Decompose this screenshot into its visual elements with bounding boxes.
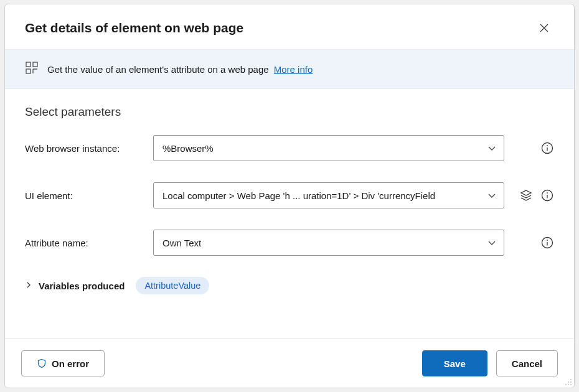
variables-produced-label: Variables produced <box>39 281 125 291</box>
svg-rect-2 <box>26 69 31 73</box>
svg-point-9 <box>547 192 548 194</box>
ui-element-info-button[interactable] <box>540 189 554 202</box>
close-button[interactable] <box>534 18 554 38</box>
svg-point-6 <box>547 145 548 146</box>
variables-toggle[interactable] <box>25 280 32 291</box>
info-icon <box>541 236 553 249</box>
resize-grip[interactable] <box>564 378 573 386</box>
svg-point-14 <box>570 379 572 380</box>
variable-chip-attribute-value[interactable]: AttributeValue <box>136 277 209 294</box>
layers-icon <box>520 189 532 202</box>
infobar: Get the value of an element's attribute … <box>5 49 574 89</box>
ui-element-label: UI element: <box>25 190 147 201</box>
info-icon <box>541 142 553 154</box>
svg-point-17 <box>565 384 567 385</box>
ui-element-select[interactable]: Local computer > Web Page 'h ... uration… <box>153 182 504 208</box>
svg-point-18 <box>568 384 569 385</box>
save-label: Save <box>444 358 466 369</box>
svg-point-16 <box>570 381 572 383</box>
svg-point-12 <box>547 240 548 241</box>
dialog-body: Select parameters Web browser instance: … <box>5 89 574 338</box>
field-attribute-name: Attribute name: Own Text <box>25 230 554 256</box>
dialog-footer: On error Save Cancel <box>5 338 574 388</box>
web-browser-instance-label: Web browser instance: <box>25 143 147 154</box>
field-actions <box>513 141 554 155</box>
svg-point-15 <box>568 381 569 383</box>
save-button[interactable]: Save <box>422 350 487 376</box>
resize-grip-icon <box>564 378 573 386</box>
field-web-browser-instance: Web browser instance: %Browser% <box>25 135 554 161</box>
chevron-down-icon <box>487 238 496 247</box>
infobar-text: Get the value of an element's attribute … <box>47 64 313 75</box>
section-title: Select parameters <box>25 105 554 119</box>
footer-actions: Save Cancel <box>422 350 558 376</box>
ui-element-value: Local computer > Web Page 'h ... uration… <box>162 190 482 201</box>
on-error-label: On error <box>52 358 89 369</box>
chevron-down-icon <box>487 191 496 200</box>
chevron-right-icon <box>25 281 32 289</box>
field-ui-element: UI element: Local computer > Web Page 'h… <box>25 182 554 208</box>
shield-icon <box>37 358 47 368</box>
web-browser-instance-value: %Browser% <box>162 143 482 154</box>
attribute-name-info-button[interactable] <box>540 236 554 250</box>
attribute-name-label: Attribute name: <box>25 238 147 248</box>
chevron-down-icon <box>487 144 496 152</box>
on-error-button[interactable]: On error <box>21 350 105 376</box>
svg-rect-1 <box>33 62 37 67</box>
dialog-header: Get details of element on web page <box>5 4 574 49</box>
element-details-icon <box>25 61 39 77</box>
attribute-name-value: Own Text <box>162 238 482 248</box>
cancel-button[interactable]: Cancel <box>496 350 558 376</box>
svg-rect-0 <box>26 62 31 67</box>
web-browser-instance-select[interactable]: %Browser% <box>153 135 504 161</box>
infobar-description: Get the value of an element's attribute … <box>47 64 269 75</box>
variables-produced-row: Variables produced AttributeValue <box>25 277 554 294</box>
web-browser-instance-info-button[interactable] <box>540 141 554 155</box>
svg-point-19 <box>570 384 572 385</box>
cancel-label: Cancel <box>512 358 542 369</box>
field-actions <box>513 236 554 250</box>
close-icon <box>540 24 548 32</box>
ui-element-layers-button[interactable] <box>519 189 533 202</box>
info-icon <box>541 189 553 202</box>
dialog-title: Get details of element on web page <box>25 21 243 35</box>
field-actions <box>513 189 554 202</box>
dialog: Get details of element on web page Get t… <box>4 4 575 388</box>
more-info-link[interactable]: More info <box>274 64 313 75</box>
attribute-name-select[interactable]: Own Text <box>153 230 504 256</box>
